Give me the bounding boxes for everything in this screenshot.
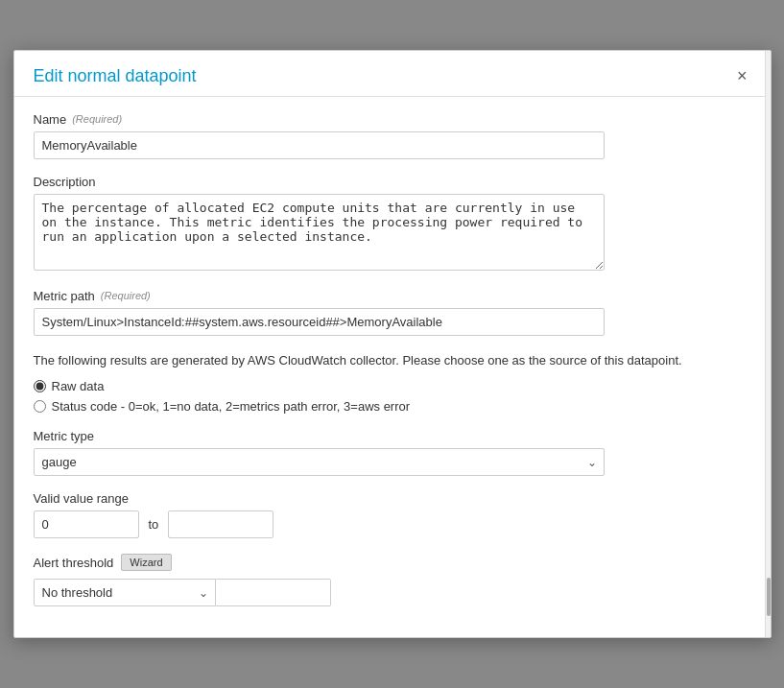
description-label: Description [34, 175, 751, 189]
modal-body: Name (Required) Description The percenta… [14, 97, 771, 638]
description-input[interactable]: The percentage of allocated EC2 compute … [34, 194, 605, 271]
metric-type-select-wrapper: gauge counter derive absolute ⌄ [34, 448, 605, 476]
description-field-group: Description The percentage of allocated … [34, 175, 751, 273]
metric-path-field-group: Metric path (Required) [34, 289, 751, 336]
range-row: to [34, 510, 751, 538]
threshold-select-wrapper: No threshold < Less than > Greater than … [34, 579, 216, 606]
close-button[interactable]: × [733, 67, 751, 84]
radio-raw-option[interactable]: Raw data [34, 379, 751, 393]
radio-raw-label: Raw data [52, 379, 105, 393]
metric-type-label: Metric type [34, 429, 751, 443]
scrollbar-thumb [767, 578, 771, 616]
threshold-row: No threshold < Less than > Greater than … [34, 579, 751, 606]
name-input[interactable] [34, 131, 605, 159]
scrollbar-track [765, 51, 771, 638]
alert-threshold-label-row: Alert threshold Wizard [34, 554, 751, 571]
alert-threshold-group: Alert threshold Wizard No threshold < Le… [34, 554, 751, 606]
alert-threshold-label-text: Alert threshold [34, 556, 114, 570]
radio-status-input[interactable] [34, 400, 46, 413]
threshold-value-input[interactable] [216, 579, 331, 606]
metric-type-select[interactable]: gauge counter derive absolute [34, 448, 605, 476]
radio-status-option[interactable]: Status code - 0=ok, 1=no data, 2=metrics… [34, 399, 751, 414]
modal-overlay: Edit normal datapoint × Name (Required) … [0, 0, 784, 688]
radio-group: Raw data Status code - 0=ok, 1=no data, … [34, 379, 751, 414]
modal-header: Edit normal datapoint × [14, 51, 771, 97]
metric-path-input[interactable] [34, 308, 605, 336]
modal-title: Edit normal datapoint [34, 66, 197, 86]
valid-value-range-group: Valid value range to [34, 491, 751, 538]
range-from-input[interactable] [34, 510, 139, 538]
name-label: Name (Required) [34, 112, 751, 127]
metric-type-field-group: Metric type gauge counter derive absolut… [34, 429, 751, 476]
collector-info-group: The following results are generated by A… [34, 351, 751, 415]
name-field-group: Name (Required) [34, 112, 751, 159]
metric-path-label: Metric path (Required) [34, 289, 751, 303]
range-to-label: to [149, 517, 159, 532]
radio-raw-input[interactable] [34, 380, 46, 392]
range-to-input[interactable] [168, 510, 273, 538]
radio-status-label: Status code - 0=ok, 1=no data, 2=metrics… [52, 399, 411, 414]
modal: Edit normal datapoint × Name (Required) … [13, 50, 772, 639]
threshold-select[interactable]: No threshold < Less than > Greater than … [34, 579, 216, 606]
wizard-button[interactable]: Wizard [121, 554, 171, 571]
valid-value-range-label: Valid value range [34, 491, 751, 506]
collector-info-text: The following results are generated by A… [34, 351, 751, 370]
